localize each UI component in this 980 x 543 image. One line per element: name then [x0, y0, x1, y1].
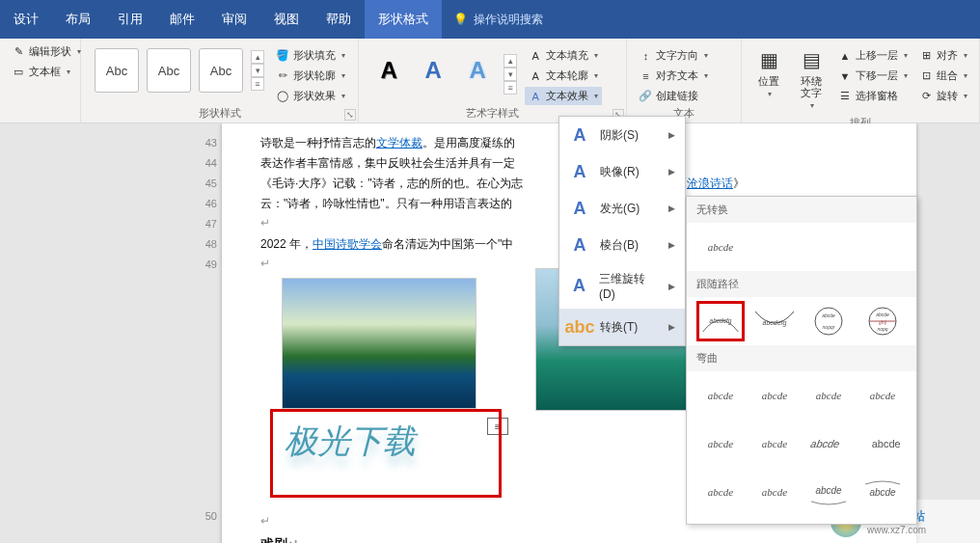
rotate-button[interactable]: ⟳旋转▾ — [915, 87, 971, 105]
text-direction-icon: ↕ — [639, 49, 652, 63]
tab-review[interactable]: 审阅 — [208, 0, 260, 39]
tab-help[interactable]: 帮助 — [313, 0, 365, 39]
rotate3d-icon: A — [569, 276, 589, 297]
text-heading[interactable]: 戏剧↵ — [260, 536, 299, 543]
tab-references[interactable]: 引用 — [104, 0, 156, 39]
send-backward-button[interactable]: ▼下移一层▾ — [834, 67, 912, 85]
bucket-icon: 🪣 — [276, 49, 289, 63]
chevron-right-icon: ▶ — [668, 167, 675, 176]
text-line[interactable]: ↵ — [260, 216, 270, 230]
tab-layout[interactable]: 布局 — [52, 0, 104, 39]
wordart-style-2[interactable]: A — [415, 52, 451, 89]
tab-design[interactable]: 设计 — [0, 0, 52, 39]
group-icon: ⊡ — [919, 69, 933, 83]
link-literary[interactable]: 文学体裁 — [376, 136, 422, 149]
wordart-style-1[interactable]: A — [370, 52, 407, 89]
edit-shape-button[interactable]: ✎ 编辑形状▾ — [8, 42, 85, 61]
bring-forward-button[interactable]: ▲上移一层▾ — [834, 46, 912, 65]
selection-pane-button[interactable]: ☰选择窗格 — [834, 87, 912, 105]
shape-outline-button[interactable]: ✏形状轮廓▾ — [272, 67, 349, 85]
wrap-text-button[interactable]: ▤ 环绕文字▾ — [792, 42, 830, 116]
link-poetry-society[interactable]: 中国诗歌学会 — [313, 237, 382, 251]
text-effects-button[interactable]: A文本效果▾ — [525, 87, 602, 105]
tab-view[interactable]: 视图 — [260, 0, 313, 39]
menu-item-3d-rotation[interactable]: A三维旋转(D)▶ — [559, 263, 685, 309]
menu-item-glow[interactable]: A发光(G)▶ — [559, 190, 685, 227]
transform-option-warp-11[interactable]: abcde — [804, 472, 853, 512]
style-scroll-up[interactable]: ▴ — [251, 50, 264, 64]
transform-option-warp-2[interactable]: abcde — [750, 375, 799, 416]
text-fill-button[interactable]: A文本填充▾ — [525, 46, 602, 65]
group-button[interactable]: ⊡组合▾ — [915, 67, 971, 85]
wordart-scroll-up[interactable]: ▴ — [504, 54, 517, 68]
transform-option-warp-8[interactable]: abcde — [858, 423, 907, 464]
text-line[interactable]: 诗歌是一种抒情言志的文学体裁。是用高度凝练的 — [260, 135, 515, 151]
transform-option-arch-up[interactable]: abcdefg — [696, 301, 745, 341]
align-button[interactable]: ⊞对齐▾ — [915, 46, 971, 65]
svg-text:abcde: abcde — [871, 438, 902, 449]
group-shape-styles-label: 形状样式 — [89, 106, 350, 121]
text-line[interactable]: ↵ — [260, 514, 270, 528]
create-link-button[interactable]: 🔗创建链接 — [635, 87, 712, 105]
transform-option-warp-10[interactable]: abcde — [750, 472, 799, 512]
transform-section-path: 跟随路径 — [687, 271, 916, 297]
tell-me-search[interactable]: 💡 操作说明搜索 — [442, 0, 555, 39]
inserted-image-landscape[interactable] — [282, 278, 476, 409]
menu-item-bevel[interactable]: A棱台(B)▶ — [559, 227, 685, 263]
transform-option-button[interactable]: abcdeghijnopq — [858, 301, 907, 341]
text-line[interactable]: 《毛诗·大序》记载："诗者，志的所的也。在心为志 — [260, 176, 523, 192]
text-effects-icon: A — [529, 90, 542, 103]
wordart-object[interactable]: 极光下载 — [270, 409, 502, 498]
shape-fill-button[interactable]: 🪣形状填充▾ — [272, 46, 349, 65]
tab-shape-format[interactable]: 形状格式 — [365, 0, 442, 39]
chevron-right-icon: ▶ — [668, 240, 675, 250]
menu-item-transform[interactable]: abc转换(T)▶ — [559, 309, 685, 345]
link-icon: 🔗 — [639, 90, 652, 103]
text-outline-button[interactable]: A文本轮廓▾ — [525, 67, 602, 85]
wordart-gallery-more[interactable]: ≡ — [504, 81, 517, 95]
text-direction-button[interactable]: ↕文字方向▾ — [635, 46, 712, 65]
transform-option-warp-5[interactable]: abcde — [696, 423, 745, 464]
transform-option-warp-9[interactable]: abcde — [696, 472, 745, 512]
transform-option-warp-1[interactable]: abcde — [696, 375, 745, 416]
shape-effects-button[interactable]: ◯形状效果▾ — [272, 87, 349, 105]
svg-text:abcde: abcde — [809, 438, 840, 449]
transform-option-warp-4[interactable]: abcde — [858, 375, 907, 416]
svg-text:abcde: abcde — [869, 487, 896, 498]
shape-style-3[interactable]: Abc — [199, 48, 243, 93]
lightbulb-icon: 💡 — [453, 13, 468, 26]
link-canglang[interactable]: 沧浪诗话 — [687, 176, 733, 190]
transform-option-arch-down[interactable]: abcdefg — [750, 301, 799, 341]
transform-option-warp-7[interactable]: abcde — [804, 423, 853, 464]
shape-style-2[interactable]: Abc — [147, 48, 191, 93]
transform-option-circle[interactable]: abcdenopqr — [804, 301, 853, 341]
svg-text:abcdefg: abcdefg — [763, 319, 787, 327]
align-text-button[interactable]: ≡对齐文本▾ — [635, 67, 712, 85]
transform-option-warp-12[interactable]: abcde — [858, 472, 907, 512]
text-box-button[interactable]: ▭ 文本框▾ — [8, 63, 85, 81]
transform-option-none[interactable]: abcde — [696, 227, 745, 267]
reflection-icon: A — [569, 161, 590, 182]
wordart-style-3[interactable]: A — [459, 52, 496, 89]
position-button[interactable]: ▦ 位置▾ — [749, 42, 788, 104]
transform-option-warp-6[interactable]: abcde — [750, 423, 799, 464]
text-line[interactable]: 表达作者丰富情感，集中反映社会生活并具有一定 — [260, 155, 515, 172]
glow-icon: A — [569, 198, 590, 219]
menu-item-reflection[interactable]: A映像(R)▶ — [559, 153, 685, 190]
transform-option-warp-3[interactable]: abcde — [804, 375, 853, 416]
style-scroll-down[interactable]: ▾ — [251, 64, 264, 77]
shape-styles-launcher[interactable]: ⤡ — [344, 109, 356, 121]
menu-item-shadow[interactable]: A阴影(S)▶ — [559, 117, 685, 153]
text-line[interactable]: 2022 年，中国诗歌学会命名清远为中国第一个"中 — [260, 236, 513, 253]
shape-style-1[interactable]: Abc — [95, 48, 139, 93]
tab-mailings[interactable]: 邮件 — [156, 0, 208, 39]
selection-pane-icon: ☰ — [838, 90, 852, 103]
align-text-icon: ≡ — [639, 69, 652, 83]
effects-icon: ◯ — [276, 90, 289, 103]
wordart-scroll-down[interactable]: ▾ — [504, 68, 517, 81]
style-gallery-more[interactable]: ≡ — [251, 77, 264, 91]
bevel-icon: A — [569, 234, 590, 256]
text-line[interactable]: 云："诗者，吟咏性情也"。只有一种用语言表达的 — [260, 196, 512, 212]
position-icon: ▦ — [755, 46, 782, 73]
text-line[interactable]: ↵ — [260, 257, 270, 270]
